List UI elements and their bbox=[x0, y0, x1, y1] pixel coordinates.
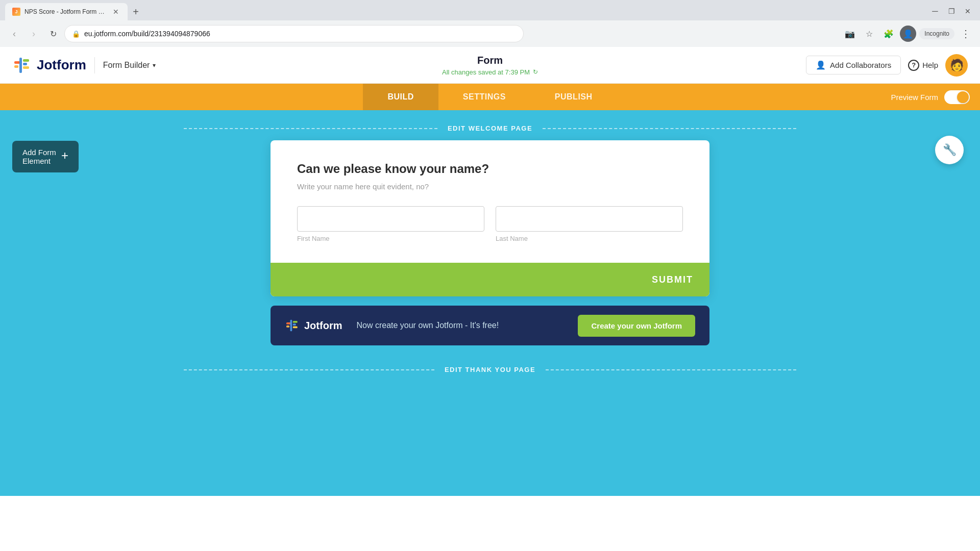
tab-favicon: J bbox=[12, 8, 20, 16]
jotform-logo[interactable]: Jotform bbox=[12, 55, 86, 76]
camera-off-icon[interactable]: 📷 bbox=[842, 26, 858, 42]
form-fields-row: First Name Last Name bbox=[297, 206, 683, 242]
dashed-line-ty-right bbox=[546, 369, 796, 370]
svg-rect-5 bbox=[23, 63, 27, 65]
window-controls: ─ ❐ ✕ bbox=[928, 4, 975, 18]
widget-icon: 🔧 bbox=[943, 143, 957, 157]
collaborator-icon: 👤 bbox=[816, 60, 826, 70]
floating-support-widget[interactable]: 🔧 bbox=[935, 136, 964, 164]
close-window-icon[interactable]: ✕ bbox=[961, 4, 975, 18]
promo-logo-text: Jotform bbox=[304, 320, 342, 332]
add-collaborators-label: Add Collaborators bbox=[830, 61, 891, 69]
svg-rect-8 bbox=[286, 325, 289, 328]
last-name-field: Last Name bbox=[496, 206, 683, 242]
new-tab-button[interactable]: + bbox=[129, 5, 143, 19]
promo-logo-icon bbox=[285, 318, 300, 333]
minimize-icon[interactable]: ─ bbox=[928, 4, 942, 18]
question-icon: ? bbox=[908, 60, 919, 71]
address-bar[interactable]: 🔒 eu.jotform.com/build/231394094879066 bbox=[64, 25, 524, 42]
preview-toggle[interactable] bbox=[944, 90, 970, 104]
logo-icon bbox=[12, 55, 33, 76]
promo-cta-button[interactable]: Create your own Jotform bbox=[578, 315, 695, 337]
back-button[interactable]: ‹ bbox=[6, 26, 22, 42]
svg-rect-9 bbox=[290, 320, 292, 332]
header-right: 👤 Add Collaborators ? Help 🧑 bbox=[806, 54, 968, 77]
help-label: Help bbox=[922, 61, 938, 69]
tab-settings[interactable]: SETTINGS bbox=[438, 84, 530, 110]
browser-chrome: J NPS Score - Jotform Form Builde... ✕ +… bbox=[0, 0, 980, 47]
add-collaborators-button[interactable]: 👤 Add Collaborators bbox=[806, 56, 901, 74]
form-card: Can we please know your name? Write your… bbox=[271, 140, 709, 296]
toggle-thumb bbox=[957, 91, 969, 103]
edit-welcome-banner: EDIT WELCOME PAGE bbox=[184, 124, 796, 132]
form-subtext: Write your name here quit evident, no? bbox=[297, 182, 683, 191]
address-text: eu.jotform.com/build/231394094879066 bbox=[84, 30, 210, 38]
header-center: Form All changes saved at 7:39 PM ↻ bbox=[442, 55, 538, 76]
toolbar-right-icons: 📷 ☆ 🧩 👤 Incognito ⋮ bbox=[842, 26, 974, 42]
browser-menu-icon[interactable]: ⋮ bbox=[958, 26, 974, 42]
incognito-badge: Incognito bbox=[919, 28, 954, 39]
preview-form-area: Preview Form bbox=[891, 90, 970, 104]
nav-bar: BUILD SETTINGS PUBLISH Preview Form bbox=[0, 84, 980, 110]
dashed-line-right bbox=[543, 128, 796, 129]
saved-status-text: All changes saved at 7:39 PM bbox=[442, 68, 530, 76]
last-name-label: Last Name bbox=[496, 235, 683, 242]
promo-text: Now create your own Jotform - It's free! bbox=[356, 321, 578, 330]
preview-form-label: Preview Form bbox=[891, 93, 938, 102]
form-question: Can we please know your name? bbox=[297, 162, 683, 176]
form-builder-dropdown[interactable]: Form Builder ▾ bbox=[103, 61, 156, 70]
add-form-element-button[interactable]: Add Form Element + bbox=[12, 141, 79, 172]
bookmark-icon[interactable]: ☆ bbox=[861, 26, 877, 42]
extensions-icon[interactable]: 🧩 bbox=[880, 26, 897, 42]
add-form-element-label-line2: Element bbox=[22, 157, 56, 165]
first-name-label: First Name bbox=[297, 235, 484, 242]
promo-logo: Jotform bbox=[285, 318, 342, 333]
plus-icon: + bbox=[61, 148, 68, 163]
dashed-line-ty-left bbox=[184, 369, 434, 370]
svg-rect-6 bbox=[23, 66, 29, 69]
refresh-small-icon: ↻ bbox=[533, 68, 538, 76]
tab-close-icon[interactable]: ✕ bbox=[111, 7, 120, 16]
main-content: Add Form Element + EDIT WELCOME PAGE Can… bbox=[0, 110, 980, 496]
form-title: Form bbox=[477, 55, 503, 66]
app-header: Jotform Form Builder ▾ Form All changes … bbox=[0, 47, 980, 84]
svg-rect-11 bbox=[293, 323, 296, 325]
tab-build[interactable]: BUILD bbox=[363, 84, 438, 110]
svg-rect-10 bbox=[293, 321, 298, 323]
first-name-field: First Name bbox=[297, 206, 484, 242]
svg-rect-2 bbox=[14, 65, 18, 68]
chevron-down-icon: ▾ bbox=[153, 62, 156, 69]
saved-status: All changes saved at 7:39 PM ↻ bbox=[442, 68, 538, 76]
incognito-label: Incognito bbox=[924, 30, 949, 37]
active-tab[interactable]: J NPS Score - Jotform Form Builde... ✕ bbox=[5, 3, 128, 20]
help-button[interactable]: ? Help bbox=[908, 60, 938, 71]
tab-publish[interactable]: PUBLISH bbox=[530, 84, 617, 110]
submit-button[interactable]: SUBMIT bbox=[652, 274, 693, 285]
refresh-button[interactable]: ↻ bbox=[45, 26, 61, 42]
browser-tab-bar: J NPS Score - Jotform Form Builde... ✕ +… bbox=[0, 0, 980, 20]
form-card-body: Can we please know your name? Write your… bbox=[271, 140, 709, 263]
edit-thank-you-text: EDIT THANK YOU PAGE bbox=[434, 366, 546, 373]
svg-rect-3 bbox=[19, 58, 22, 73]
logo-text: Jotform bbox=[37, 57, 86, 73]
user-avatar[interactable]: 🧑 bbox=[945, 54, 968, 77]
last-name-input[interactable] bbox=[496, 206, 683, 232]
dashed-line-left bbox=[184, 128, 437, 129]
browser-toolbar: ‹ › ↻ 🔒 eu.jotform.com/build/23139409487… bbox=[0, 20, 980, 47]
first-name-input[interactable] bbox=[297, 206, 484, 232]
edit-thank-you-banner: EDIT THANK YOU PAGE bbox=[184, 366, 796, 373]
restore-icon[interactable]: ❐ bbox=[944, 4, 959, 18]
form-builder-label: Form Builder bbox=[103, 61, 150, 70]
forward-button[interactable]: › bbox=[26, 26, 42, 42]
form-card-footer: SUBMIT bbox=[271, 263, 709, 296]
header-divider bbox=[94, 57, 95, 73]
edit-welcome-text: EDIT WELCOME PAGE bbox=[437, 124, 543, 132]
lock-icon: 🔒 bbox=[72, 30, 80, 38]
svg-rect-12 bbox=[293, 327, 298, 329]
profile-icon[interactable]: 👤 bbox=[900, 26, 916, 42]
add-form-element-label-line1: Add Form bbox=[22, 148, 56, 157]
tab-title: NPS Score - Jotform Form Builde... bbox=[24, 8, 107, 15]
promo-banner: Jotform Now create your own Jotform - It… bbox=[271, 306, 709, 345]
svg-rect-4 bbox=[23, 59, 29, 62]
